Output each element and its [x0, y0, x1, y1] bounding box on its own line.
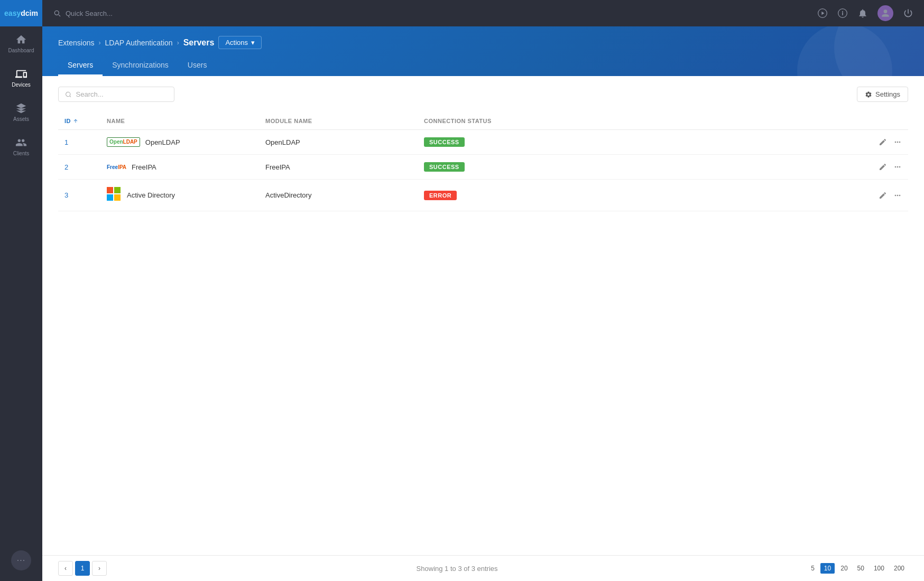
breadcrumb-extensions[interactable]: Extensions	[58, 39, 94, 47]
table-row: 3 Active DirectoryActiveDirectoryERROR	[58, 180, 908, 211]
settings-button[interactable]: Settings	[857, 87, 908, 102]
table-row: 2FreeIPAFreeIPAFreeIPASUCCESS	[58, 155, 908, 180]
col-name: NAME	[100, 113, 259, 130]
content-header: Extensions › LDAP Authentication › Serve…	[42, 26, 924, 76]
edit-icon[interactable]	[879, 163, 887, 171]
assets-icon	[15, 102, 27, 114]
page-1-button[interactable]: 1	[75, 561, 90, 576]
cell-name: FreeIPAFreeIPA	[100, 155, 259, 180]
tabs: Servers Synchronizations Users	[58, 55, 908, 76]
edit-icon[interactable]	[879, 138, 887, 146]
breadcrumb: Extensions › LDAP Authentication › Serve…	[58, 36, 908, 49]
cell-row-actions	[576, 180, 908, 211]
cell-row-actions	[576, 155, 908, 180]
topbar	[42, 0, 924, 26]
bell-icon[interactable]	[857, 8, 868, 18]
breadcrumb-sep-2: ›	[177, 39, 179, 46]
per-page-100-button[interactable]: 100	[870, 563, 888, 574]
breadcrumb-ldap[interactable]: LDAP Authentication	[105, 39, 172, 47]
col-actions	[576, 113, 908, 130]
cell-module: OpenLDAP	[259, 130, 418, 155]
breadcrumb-sep-1: ›	[98, 39, 100, 46]
status-badge: SUCCESS	[424, 137, 465, 147]
settings-icon	[865, 91, 872, 98]
logo[interactable]: easydcim	[0, 0, 42, 26]
cell-id: 1	[58, 130, 100, 155]
prev-page-button[interactable]: ‹	[58, 561, 73, 576]
more-button[interactable]: ···	[11, 550, 31, 570]
settings-label: Settings	[875, 90, 900, 98]
svg-rect-5	[107, 194, 113, 201]
more-options-icon[interactable]	[893, 163, 902, 171]
devices-icon	[15, 68, 27, 80]
svg-rect-6	[114, 194, 121, 201]
per-page-10-button[interactable]: 10	[820, 563, 835, 574]
play-icon[interactable]	[817, 8, 828, 18]
sidebar-item-dashboard-label: Dashboard	[8, 48, 34, 53]
cell-module: ActiveDirectory	[259, 180, 418, 211]
actions-button[interactable]: Actions ▾	[218, 36, 262, 49]
cell-name: Active Directory	[100, 180, 259, 211]
sort-asc-icon	[73, 118, 78, 124]
more-options-icon[interactable]	[893, 138, 902, 146]
info-icon[interactable]	[837, 8, 848, 18]
search-box[interactable]	[58, 87, 174, 102]
breadcrumb-servers: Servers	[183, 38, 215, 48]
svg-rect-4	[114, 187, 121, 193]
main-content: Extensions › LDAP Authentication › Serve…	[42, 0, 924, 581]
tab-synchronizations[interactable]: Synchronizations	[103, 55, 178, 76]
footer: ‹ 1 › Showing 1 to 3 of 3 entries 510205…	[42, 555, 924, 581]
sidebar: easydcim Dashboard Devices Assets Client…	[0, 0, 42, 581]
status-badge: SUCCESS	[424, 162, 465, 172]
toolbar: Settings	[58, 87, 908, 102]
per-page-20-button[interactable]: 20	[837, 563, 851, 574]
pagination: ‹ 1 ›	[58, 561, 107, 576]
topbar-actions	[817, 5, 913, 21]
topbar-search	[53, 9, 150, 17]
more-options-icon[interactable]	[893, 191, 902, 200]
freeipa-logo: FreeIPA	[107, 164, 126, 170]
content-body: Settings ID NAME MODULE NAME CONNECTION …	[42, 76, 924, 581]
servers-table: ID NAME MODULE NAME CONNECTION STATUS 1O…	[58, 113, 908, 211]
per-page-5-button[interactable]: 5	[807, 563, 818, 574]
activedir-logo	[107, 187, 122, 203]
per-page-50-button[interactable]: 50	[854, 563, 868, 574]
svg-rect-3	[107, 187, 113, 193]
avatar[interactable]	[877, 5, 893, 21]
clients-icon	[15, 137, 27, 148]
sidebar-item-assets-label: Assets	[13, 116, 29, 122]
cell-status: ERROR	[418, 180, 576, 211]
sidebar-item-devices-label: Devices	[12, 82, 31, 88]
server-name: OpenLDAP	[145, 138, 180, 146]
sidebar-item-clients[interactable]: Clients	[0, 129, 42, 164]
tab-servers[interactable]: Servers	[58, 55, 103, 76]
cell-module: FreeIPA	[259, 155, 418, 180]
col-module: MODULE NAME	[259, 113, 418, 130]
search-box-icon	[65, 91, 72, 98]
cell-id: 2	[58, 155, 100, 180]
sidebar-item-devices[interactable]: Devices	[0, 61, 42, 95]
status-badge: ERROR	[424, 191, 457, 200]
quick-search-input[interactable]	[66, 10, 150, 17]
cell-status: SUCCESS	[418, 130, 576, 155]
sidebar-nav: Dashboard Devices Assets Clients ···	[0, 26, 42, 581]
sidebar-item-dashboard[interactable]: Dashboard	[0, 26, 42, 61]
sidebar-item-assets[interactable]: Assets	[0, 95, 42, 129]
col-status: CONNECTION STATUS	[418, 113, 576, 130]
search-icon	[53, 9, 61, 17]
server-name: Active Directory	[127, 191, 175, 199]
tab-users[interactable]: Users	[178, 55, 217, 76]
search-input[interactable]	[76, 90, 168, 98]
next-page-button[interactable]: ›	[92, 561, 107, 576]
col-id[interactable]: ID	[64, 118, 94, 124]
per-page-selector: 5102050100200	[807, 563, 908, 574]
server-name: FreeIPA	[132, 163, 156, 171]
table-row: 1OpenLDAPOpenLDAPOpenLDAPSUCCESS	[58, 130, 908, 155]
per-page-200-button[interactable]: 200	[890, 563, 908, 574]
edit-icon[interactable]	[879, 191, 887, 200]
cell-name: OpenLDAPOpenLDAP	[100, 130, 259, 155]
home-icon	[15, 34, 27, 45]
svg-point-2	[66, 92, 70, 96]
power-icon[interactable]	[903, 8, 913, 18]
sidebar-item-clients-label: Clients	[13, 151, 30, 156]
